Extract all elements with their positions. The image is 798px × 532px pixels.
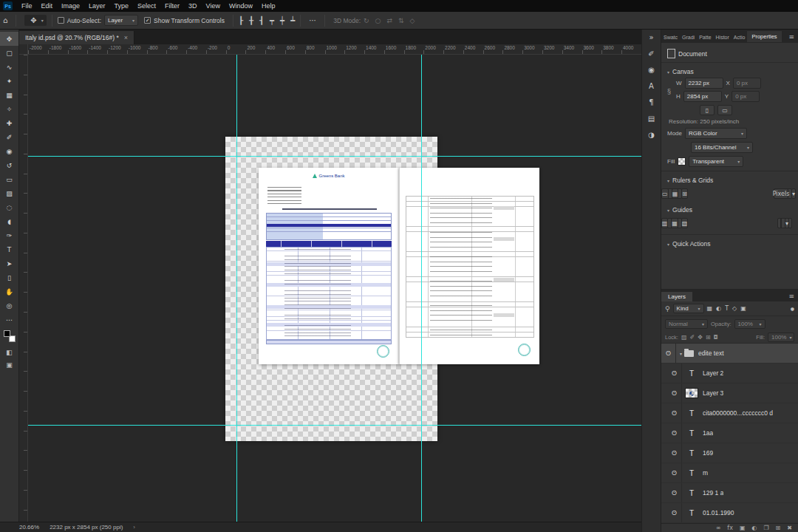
filter-kind-dropdown[interactable]: Kind ▾ — [673, 304, 704, 313]
quick-actions-section-header[interactable]: ▾ Quick Actions — [667, 240, 792, 248]
lock-guides-icon[interactable]: ▧ — [681, 218, 689, 228]
text-layer-thumbnail[interactable]: T — [685, 507, 698, 519]
auto-select-checkbox[interactable] — [58, 17, 64, 24]
portrait-icon[interactable]: ▯ — [700, 105, 715, 115]
menu-image[interactable]: Image — [57, 2, 84, 10]
history-brush-tool[interactable]: ↺ — [0, 158, 18, 172]
lock-transparency-icon[interactable]: ▨ — [681, 334, 687, 341]
delete-layer-icon[interactable]: ✖ — [787, 525, 792, 531]
visibility-toggle[interactable]: ʘ — [667, 364, 682, 383]
align-bottom-icon[interactable]: ┷ — [290, 16, 295, 24]
dodge-tool[interactable]: ◖ — [0, 214, 18, 228]
text-layer-thumbnail[interactable]: T — [685, 467, 698, 479]
guide-vertical[interactable] — [236, 55, 237, 522]
clone-source-panel-icon[interactable]: ◉ — [648, 66, 655, 74]
layer-group-icon[interactable]: ❐ — [763, 525, 768, 531]
3d-scale-icon[interactable]: ◇ — [410, 17, 415, 24]
color-mode-dropdown[interactable]: RGB Color ▾ — [685, 128, 747, 139]
guide-layout-icon[interactable]: ▦ — [671, 218, 678, 228]
eraser-tool[interactable]: ▭ — [0, 172, 18, 186]
filter-shape-icon[interactable]: ◇ — [732, 305, 737, 312]
show-transform-checkbox[interactable]: ✓ — [144, 17, 151, 24]
group-expand-icon[interactable]: ▾ — [680, 351, 682, 356]
pen-tool[interactable]: ✑ — [0, 228, 18, 242]
lock-artboard-icon[interactable]: ⊞ — [706, 334, 711, 341]
layer-row[interactable]: ʘ T 129 1 a — [661, 483, 798, 503]
visibility-toggle[interactable]: ʘ — [667, 403, 682, 423]
expand-panels-icon[interactable]: » — [649, 33, 653, 41]
color-swatches[interactable] — [4, 330, 16, 342]
visibility-toggle[interactable]: ʘ — [667, 383, 682, 403]
lock-position-icon[interactable]: ✥ — [698, 334, 703, 341]
layer-row[interactable]: ʘ T cita0000000...ccccccc0 d — [661, 403, 798, 423]
foreground-color-swatch[interactable] — [4, 330, 10, 337]
layer-row[interactable]: ʘ T 01.01.1990 — [661, 503, 798, 523]
type-tool[interactable]: T — [0, 242, 18, 256]
3d-roll-icon[interactable]: ○ — [375, 17, 381, 24]
menu-view[interactable]: View — [202, 2, 225, 10]
document-tab[interactable]: Italy id.psd @ 20.7% (RGB/16#) * × — [19, 31, 134, 44]
visibility-toggle[interactable]: ʘ — [667, 503, 682, 522]
filter-type-icon[interactable]: T — [725, 305, 729, 312]
hand-tool[interactable]: ✋ — [0, 284, 18, 299]
marquee-tool[interactable]: ▢ — [0, 46, 18, 60]
ruler-toggle-icon[interactable]: ▭ — [661, 188, 669, 199]
link-dimensions-icon[interactable]: § — [667, 88, 671, 95]
brush-tool[interactable]: ✐ — [0, 130, 18, 144]
filter-smart-icon[interactable]: ▣ — [740, 305, 746, 312]
layer-effects-icon[interactable]: fx — [727, 525, 733, 531]
menu-select[interactable]: Select — [133, 2, 160, 10]
layer-row-group[interactable]: ʘ ▾ edite text — [661, 344, 798, 364]
lasso-tool[interactable]: ∿ — [0, 60, 18, 74]
eyedropper-tool[interactable]: ✧ — [0, 102, 18, 116]
new-layer-icon[interactable]: ⊞ — [776, 525, 781, 531]
layer-row[interactable]: ʘ T 169 — [661, 443, 798, 463]
edit-toolbar-icon[interactable]: ⋯ — [0, 313, 18, 327]
snap-toggle-icon[interactable]: ⊞ — [681, 188, 688, 199]
guide-style-dropdown[interactable]: ▾ — [777, 218, 792, 228]
visibility-toggle[interactable]: ʘ — [667, 443, 682, 463]
text-layer-thumbnail[interactable]: T — [685, 447, 698, 459]
path-select-tool[interactable]: ➤ — [0, 256, 18, 270]
visibility-toggle[interactable]: ʘ — [667, 483, 682, 502]
layer-row[interactable]: ʘ T m — [661, 463, 798, 483]
menu-file[interactable]: File — [17, 2, 37, 10]
width-input[interactable]: 2232 px — [685, 78, 723, 89]
close-icon[interactable]: × — [124, 34, 128, 41]
menu-filter[interactable]: Filter — [160, 2, 184, 10]
quick-mask-icon[interactable]: ◧ — [0, 346, 18, 358]
canvas-viewport[interactable]: Greens Bank — [19, 55, 641, 522]
menu-window[interactable]: Window — [225, 2, 257, 10]
x-input[interactable]: 0 px — [733, 78, 761, 89]
tab-properties[interactable]: Properties — [747, 31, 781, 42]
panel-tab[interactable]: Swatc — [661, 33, 680, 42]
zoom-level[interactable]: 20.66% — [19, 524, 39, 531]
landscape-icon[interactable]: ▭ — [717, 105, 732, 115]
clone-stamp-tool[interactable]: ◉ — [0, 144, 18, 158]
visibility-toggle[interactable]: ʘ — [667, 423, 682, 443]
fill-opacity-dropdown[interactable]: 100% ▾ — [768, 332, 794, 342]
link-layers-icon[interactable]: ∞ — [716, 525, 721, 531]
character-panel-icon[interactable]: A — [649, 82, 654, 90]
image-layer-thumbnail[interactable] — [685, 388, 698, 398]
layer-row[interactable]: ʘ Layer 3 — [661, 383, 798, 403]
3d-rotate-icon[interactable]: ↻ — [364, 17, 369, 24]
height-input[interactable]: 2854 px — [683, 91, 722, 102]
tab-layers[interactable]: Layers — [661, 292, 692, 301]
layer-row[interactable]: ʘ T 1aa — [661, 423, 798, 443]
add-guide-icon[interactable]: ▥ — [661, 218, 668, 228]
gradient-tool[interactable]: ▨ — [0, 186, 18, 200]
layer-mask-icon[interactable]: ▣ — [740, 525, 746, 531]
quick-selection-tool[interactable]: ✦ — [0, 74, 18, 88]
text-layer-thumbnail[interactable]: T — [685, 427, 698, 439]
visibility-toggle[interactable]: ʘ — [667, 463, 682, 482]
menu-type[interactable]: Type — [110, 2, 134, 10]
auto-select-target-dropdown[interactable]: Layer ▾ — [104, 15, 138, 26]
lock-pixels-icon[interactable]: ✐ — [690, 334, 695, 341]
text-layer-thumbnail[interactable]: T — [685, 367, 698, 379]
panel-tab[interactable]: Histor — [714, 33, 732, 42]
units-dropdown[interactable]: Pixels ▾ — [777, 188, 792, 199]
menu-layer[interactable]: Layer — [84, 2, 110, 10]
home-icon[interactable]: ⌂ — [0, 16, 10, 24]
panel-tab[interactable]: Patte — [697, 33, 713, 42]
